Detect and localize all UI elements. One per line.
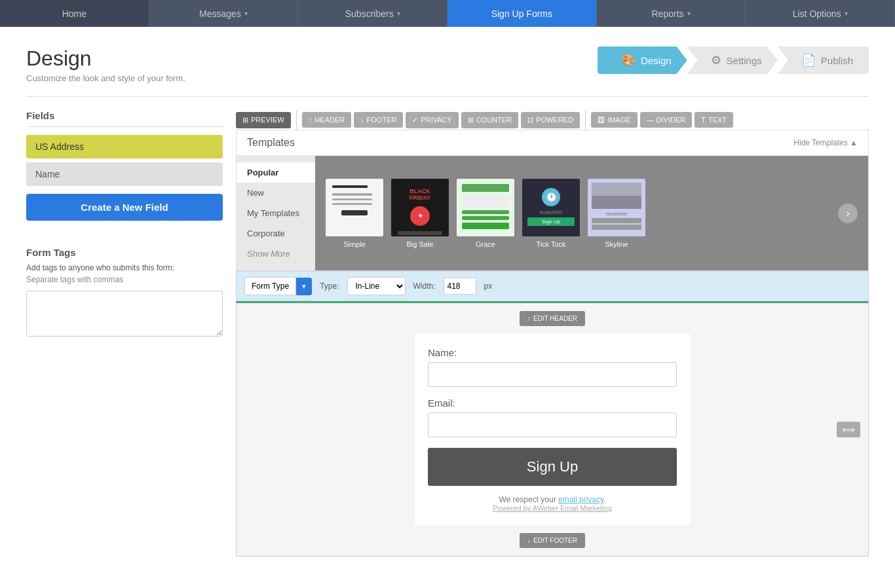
arrow-up-icon: ↑: [527, 315, 531, 322]
chevron-down-icon: ▾: [687, 10, 691, 17]
template-grace[interactable]: Grace: [457, 179, 514, 248]
template-big-sale[interactable]: BLACKFRIDAY ★ Big Sale: [391, 179, 449, 248]
form-tags-description: Add tags to anyone who submits this form…: [26, 263, 223, 272]
powered-link[interactable]: Powered by AWeber Email Marketing: [493, 504, 612, 512]
nav-home[interactable]: Home: [0, 0, 149, 27]
divider-button[interactable]: — DIVIDER: [640, 112, 693, 128]
image-button[interactable]: 🖼 IMAGE: [591, 112, 637, 128]
text-button[interactable]: T TEXT: [695, 112, 733, 128]
template-categories: Popular New My Templates Corporate Show: [237, 156, 315, 270]
cat-label: Corporate: [247, 229, 285, 238]
wizard-step-publish-label: Publish: [821, 55, 853, 66]
image-label: IMAGE: [607, 116, 630, 124]
field-item-us-address[interactable]: US Address: [26, 135, 223, 158]
template-skyline[interactable]: Newsletter Skyline: [588, 179, 645, 248]
form-type-button[interactable]: Form Type: [244, 277, 296, 295]
field-label: US Address: [35, 141, 84, 152]
chevron-down-icon: ▾: [397, 10, 400, 17]
page-title: Design: [26, 46, 185, 71]
settings-icon: ⚙: [711, 53, 721, 67]
nav-signup-forms-label: Sign Up Forms: [491, 9, 552, 19]
form-design-area: ⊞ PREVIEW ↑ HEADER ↓ FOOTER ✓ PRIVACY ⊞: [236, 110, 869, 557]
page-subtitle: Customize the look and style of your for…: [26, 73, 185, 83]
template-thumb-grace: [457, 179, 514, 236]
template-thumb-simple: [326, 179, 383, 236]
form-tags-input[interactable]: [26, 291, 223, 337]
nav-subscribers[interactable]: Subscribers ▾: [298, 0, 447, 27]
wizard-step-publish[interactable]: 📄 Publish: [778, 46, 869, 74]
nav-subscribers-label: Subscribers: [345, 9, 394, 19]
header-label: HEADER: [314, 116, 345, 124]
templates-panel: Templates Hide Templates ▲ Popular New M…: [236, 130, 869, 271]
name-field-input[interactable]: [428, 362, 677, 387]
template-tick-tock[interactable]: 🕐 ANIMATED Sign Up Tick Tock: [522, 179, 580, 248]
wizard-step-settings[interactable]: ⚙ Settings: [687, 46, 778, 74]
powered-label: POWERED: [536, 116, 573, 124]
footer-button[interactable]: ↓ FOOTER: [354, 112, 403, 128]
nav-signup-forms[interactable]: Sign Up Forms: [447, 0, 597, 27]
template-cat-new[interactable]: New: [237, 183, 315, 203]
template-cat-popular[interactable]: Popular: [237, 162, 315, 183]
width-label: Width:: [413, 282, 436, 291]
counter-label: COUNTER: [476, 116, 512, 124]
template-name-simple: Simple: [343, 240, 366, 248]
template-name-skyline: Skyline: [605, 240, 628, 248]
content-layout: Fields US Address Name Create a New Fiel…: [26, 110, 869, 557]
template-items: Simple BLACKFRIDAY ★: [326, 179, 833, 248]
form-controls-bar: Form Type ▾ Type: In-Line Pop Over Light…: [236, 271, 869, 301]
cat-label: New: [247, 188, 264, 198]
header-divider: [26, 96, 869, 97]
template-simple[interactable]: Simple: [326, 179, 383, 248]
nav-list-options[interactable]: List Options ▾: [746, 0, 895, 27]
width-input[interactable]: [444, 278, 476, 295]
page-header: Design Customize the look and style of y…: [26, 46, 869, 83]
templates-title: Templates: [247, 137, 295, 149]
chevron-down-icon: ▾: [244, 10, 248, 17]
text-label: TEXT: [708, 116, 727, 124]
template-cat-my-templates[interactable]: My Templates: [237, 203, 315, 223]
edit-footer-label: EDIT FOOTER: [533, 537, 577, 544]
preview-label: PREVIEW: [251, 116, 284, 124]
cat-label: My Templates: [247, 208, 299, 218]
toolbar-divider-2: [585, 110, 586, 130]
wizard-step-design[interactable]: 🎨 Design: [598, 46, 687, 74]
header-button[interactable]: ↑ HEADER: [302, 112, 351, 128]
name-field-label: Name:: [428, 347, 677, 358]
privacy-button[interactable]: ✓ PRIVACY: [406, 112, 458, 128]
edit-footer-button[interactable]: ↓ EDIT FOOTER: [520, 533, 585, 548]
create-field-button[interactable]: Create a New Field: [26, 194, 223, 221]
form-preview-center: Name: Email: Sign Up We respect your ema…: [415, 334, 690, 525]
counter-icon: ⊞: [468, 116, 474, 124]
sidebar: Fields US Address Name Create a New Fiel…: [26, 110, 223, 557]
cat-label: Show More: [247, 249, 290, 259]
template-cat-corporate[interactable]: Corporate: [237, 223, 315, 244]
form-tags-hint: Separate tags with commas: [26, 275, 223, 284]
inline-type-select[interactable]: In-Line Pop Over Light Box: [347, 277, 406, 295]
email-field-input[interactable]: [428, 413, 677, 437]
template-cat-show-more[interactable]: Show More: [237, 244, 315, 264]
nav-reports[interactable]: Reports ▾: [597, 0, 746, 27]
hide-templates-button[interactable]: Hide Templates ▲: [793, 138, 858, 147]
publish-icon: 📄: [801, 53, 816, 67]
templates-next-button[interactable]: ›: [838, 204, 858, 223]
privacy-suffix: .: [603, 495, 605, 504]
edit-header-button[interactable]: ↑ EDIT HEADER: [520, 311, 585, 326]
arrow-down-icon: ↓: [360, 116, 364, 124]
form-type-arrow-button[interactable]: ▾: [296, 278, 312, 295]
footer-label: FOOTER: [367, 116, 397, 124]
email-privacy-link[interactable]: email privacy: [558, 495, 603, 504]
field-item-name[interactable]: Name: [26, 162, 223, 186]
main-content: Design Customize the look and style of y…: [0, 27, 895, 588]
counter-button[interactable]: ⊞ COUNTER: [461, 112, 518, 128]
powered-button[interactable]: ⊡ POWERED: [521, 112, 580, 128]
resize-handle[interactable]: ⟺: [837, 422, 860, 437]
chevron-down-icon: ▾: [845, 10, 848, 17]
form-submit-button[interactable]: Sign Up: [428, 448, 677, 486]
nav-messages[interactable]: Messages ▾: [149, 0, 299, 27]
preview-button[interactable]: ⊞ PREVIEW: [236, 112, 291, 128]
templates-content: Popular New My Templates Corporate Show: [237, 156, 868, 270]
check-icon: ✓: [412, 116, 418, 124]
type-label: Type:: [320, 282, 339, 291]
form-privacy-text: We respect your email privacy.: [428, 495, 677, 504]
template-items-wrapper: Simple BLACKFRIDAY ★: [315, 156, 868, 270]
